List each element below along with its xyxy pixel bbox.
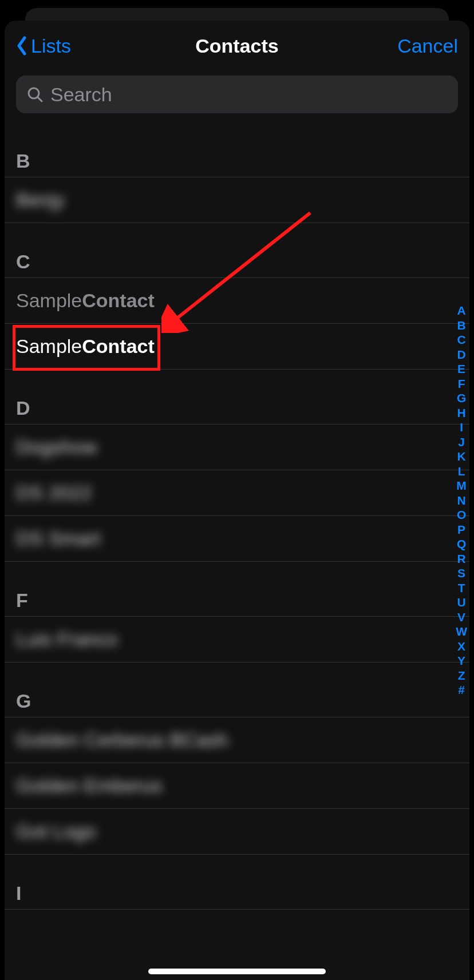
index-letter[interactable]: G	[457, 391, 466, 406]
index-letter[interactable]: M	[456, 478, 467, 493]
contact-row[interactable]: DS Smart	[5, 516, 469, 562]
section-header-i: I	[5, 855, 469, 910]
contact-first-name: Dogshow	[16, 436, 97, 458]
contact-first-name: Benjy	[16, 189, 65, 211]
contacts-list[interactable]: BBenjyCSample ContactSample ContactDDogs…	[5, 120, 469, 910]
index-letter[interactable]: S	[457, 566, 465, 581]
index-letter[interactable]: K	[457, 449, 466, 464]
index-letter[interactable]: U	[457, 595, 466, 610]
index-letter[interactable]: E	[457, 362, 465, 376]
index-letter[interactable]: J	[458, 435, 465, 450]
search-container	[5, 71, 469, 120]
index-letter[interactable]: R	[457, 552, 466, 566]
index-letter[interactable]: D	[457, 347, 466, 362]
contact-row[interactable]: Sample Contact	[5, 278, 469, 324]
index-letter[interactable]: N	[457, 493, 466, 508]
page-title: Contacts	[195, 35, 278, 57]
contact-first-name: Luis Franco	[16, 628, 118, 650]
section-header-f: F	[5, 562, 469, 617]
cancel-button[interactable]: Cancel	[397, 35, 458, 57]
section-header-g: G	[5, 662, 469, 717]
search-bar[interactable]	[16, 76, 458, 113]
contact-first-name: Golden Cerberus BCash	[16, 729, 228, 751]
navbar: Lists Contacts Cancel	[5, 21, 469, 71]
home-indicator[interactable]	[148, 969, 326, 974]
index-letter[interactable]: X	[457, 639, 465, 654]
search-icon	[26, 86, 44, 103]
contact-row[interactable]: Got Logo	[5, 809, 469, 855]
index-letter[interactable]: H	[457, 406, 466, 420]
section-header-c: C	[5, 223, 469, 278]
chevron-left-icon	[16, 35, 27, 56]
index-letter[interactable]: L	[458, 464, 465, 479]
index-letter[interactable]: F	[458, 376, 465, 391]
contact-first-name: DS Smart	[16, 527, 100, 550]
contact-row[interactable]: Golden Emberus	[5, 763, 469, 809]
contact-first-name: Got Logo	[16, 820, 96, 843]
contact-row[interactable]: Sample Contact	[5, 324, 469, 370]
back-button[interactable]: Lists	[16, 35, 71, 57]
index-letter[interactable]: Q	[457, 537, 466, 552]
contact-first-name: Sample	[16, 289, 82, 312]
contact-row[interactable]: Dogshow	[5, 424, 469, 470]
contact-last-name: Contact	[82, 289, 155, 312]
contact-first-name: DS 2022	[16, 482, 92, 504]
contact-row[interactable]: Luis Franco	[5, 617, 469, 662]
index-letter[interactable]: V	[457, 610, 465, 625]
index-letter[interactable]: A	[457, 303, 466, 318]
svg-line-1	[38, 97, 42, 101]
contact-row[interactable]: DS 2022	[5, 470, 469, 516]
contact-first-name: Sample	[16, 335, 82, 358]
index-letter[interactable]: B	[457, 318, 466, 333]
index-letter[interactable]: Z	[458, 668, 465, 683]
contact-last-name: Contact	[82, 335, 155, 358]
contact-row[interactable]: Benjy	[5, 177, 469, 223]
index-letter[interactable]: P	[457, 522, 465, 537]
search-input[interactable]	[50, 84, 448, 106]
contacts-sheet: Lists Contacts Cancel BBenjyCSample Cont…	[5, 21, 469, 980]
section-header-b: B	[5, 120, 469, 177]
index-letter[interactable]: Y	[457, 653, 465, 668]
alphabet-index[interactable]: ABCDEFGHIJKLMNOPQRSTUVWXYZ#	[456, 303, 467, 697]
section-header-d: D	[5, 370, 469, 424]
index-letter[interactable]: I	[460, 420, 463, 435]
index-letter[interactable]: C	[457, 332, 466, 347]
back-label: Lists	[31, 35, 71, 57]
contact-first-name: Golden Emberus	[16, 775, 162, 797]
index-letter[interactable]: T	[458, 581, 465, 596]
index-letter[interactable]: O	[457, 507, 466, 522]
index-letter[interactable]: #	[458, 683, 465, 697]
contact-row[interactable]: Golden Cerberus BCash	[5, 717, 469, 763]
index-letter[interactable]: W	[456, 624, 467, 639]
